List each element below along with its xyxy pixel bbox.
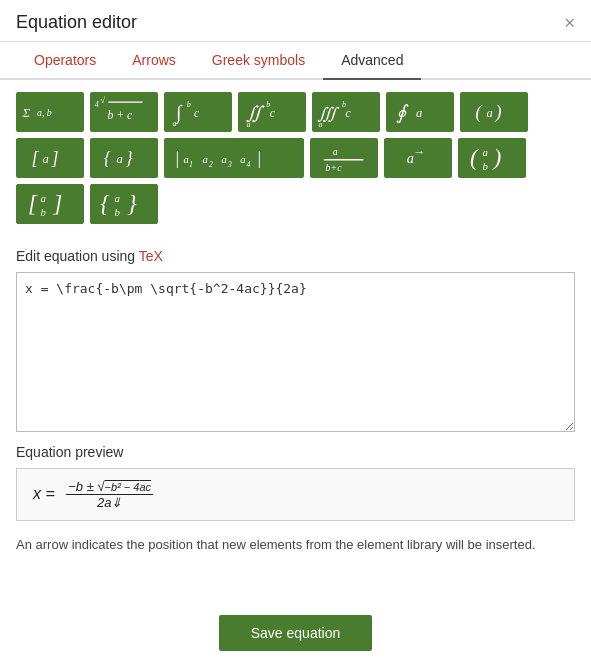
svg-text:a: a: [115, 192, 120, 204]
svg-text:Σ: Σ: [22, 106, 31, 120]
tex-link[interactable]: TeX: [139, 248, 163, 264]
sym-int1[interactable]: ∫ b a c: [164, 92, 232, 132]
sym-matrix-bracket[interactable]: [ a b ]: [16, 184, 84, 224]
svg-text:→: →: [413, 145, 426, 159]
sym-int2[interactable]: ∬ b a c: [238, 92, 306, 132]
svg-text:a: a: [240, 153, 245, 165]
svg-text:|: |: [257, 148, 262, 168]
svg-text:a: a: [333, 146, 338, 157]
preview-label: Equation preview: [0, 440, 591, 464]
svg-text:a: a: [43, 152, 49, 166]
svg-text:b: b: [41, 206, 47, 218]
svg-text:b + c: b + c: [108, 109, 134, 122]
sym-binomial[interactable]: ( a b ): [458, 138, 526, 178]
svg-text:}: }: [126, 148, 134, 168]
tab-greek[interactable]: Greek symbols: [194, 42, 323, 80]
svg-text:a: a: [487, 106, 493, 120]
svg-text:c: c: [270, 107, 276, 120]
svg-text:b: b: [483, 160, 489, 172]
svg-text:]: ]: [53, 190, 63, 216]
svg-text:(: (: [470, 144, 479, 170]
svg-text:a: a: [319, 120, 323, 129]
svg-text:c: c: [194, 107, 200, 120]
svg-text:a: a: [173, 119, 177, 128]
svg-text:}: }: [128, 190, 138, 216]
sym-sum[interactable]: Σ a, b: [16, 92, 84, 132]
dialog-title: Equation editor: [16, 12, 137, 33]
tab-bar: Operators Arrows Greek symbols Advanced: [0, 42, 591, 80]
svg-text:4: 4: [95, 100, 99, 109]
svg-text:[: [: [32, 148, 40, 168]
svg-text:|: |: [175, 148, 180, 168]
svg-text:(: (: [476, 102, 483, 123]
sym-paren[interactable]: ( a ): [460, 92, 528, 132]
svg-text:√: √: [101, 95, 106, 105]
svg-text:{: {: [101, 190, 111, 216]
symbol-row-2: [ a ] { a } | a 1 a 2 a: [16, 138, 575, 178]
symbols-area: Σ a, b 4 √ b + c ∫ b a c: [0, 80, 591, 242]
tab-operators[interactable]: Operators: [16, 42, 114, 80]
hint-text: An arrow indicates the position that new…: [0, 531, 591, 571]
svg-text:a: a: [203, 153, 208, 165]
symbol-row-1: Σ a, b 4 √ b + c ∫ b a c: [16, 92, 575, 132]
svg-text:): ): [492, 144, 502, 170]
svg-text:b: b: [115, 206, 121, 218]
svg-text:b: b: [187, 100, 191, 109]
close-button[interactable]: ×: [564, 14, 575, 32]
symbol-row-3: [ a b ] { a b }: [16, 184, 575, 224]
preview-box: x = −b ± √−b² − 4ac 2a⇓: [16, 468, 575, 521]
svg-text:∮: ∮: [397, 101, 410, 124]
svg-text:{: {: [104, 148, 112, 168]
svg-text:a: a: [221, 153, 226, 165]
sym-fraction[interactable]: a b+c: [310, 138, 378, 178]
svg-text:a: a: [247, 120, 251, 129]
sym-root[interactable]: 4 √ b + c: [90, 92, 158, 132]
tex-input[interactable]: x = \frac{-b\pm \sqrt{-b^2-4ac}}{2a}: [16, 272, 575, 432]
svg-text:b+c: b+c: [326, 162, 343, 173]
dialog-header: Equation editor ×: [0, 0, 591, 42]
sym-contour[interactable]: ∮ a: [386, 92, 454, 132]
svg-text:3: 3: [227, 160, 232, 169]
svg-text:a: a: [41, 192, 46, 204]
sym-int3[interactable]: ∭ b a c: [312, 92, 380, 132]
svg-text:1: 1: [189, 160, 193, 169]
preview-equation: x = −b ± √−b² − 4ac 2a⇓: [33, 479, 154, 510]
footer: Save equation: [0, 605, 591, 671]
svg-text:4: 4: [247, 160, 251, 169]
sym-matrix-brace[interactable]: { a b }: [90, 184, 158, 224]
svg-text:): ): [495, 102, 502, 123]
svg-text:[: [: [28, 190, 38, 216]
sym-vector[interactable]: a →: [384, 138, 452, 178]
svg-text:c: c: [346, 107, 352, 120]
tab-advanced[interactable]: Advanced: [323, 42, 421, 80]
svg-text:a, b: a, b: [37, 107, 52, 118]
svg-text:2: 2: [209, 160, 213, 169]
svg-text:]: ]: [51, 148, 59, 168]
svg-text:a: a: [416, 106, 422, 120]
equation-editor-dialog: Equation editor × Operators Arrows Greek…: [0, 0, 591, 671]
sym-bracket[interactable]: [ a ]: [16, 138, 84, 178]
sym-abs[interactable]: | a 1 a 2 a 3 a 4 |: [164, 138, 304, 178]
svg-text:a: a: [483, 146, 488, 158]
sym-brace[interactable]: { a }: [90, 138, 158, 178]
tex-label: Edit equation using TeX: [0, 242, 591, 268]
tab-arrows[interactable]: Arrows: [114, 42, 194, 80]
save-equation-button[interactable]: Save equation: [219, 615, 373, 651]
svg-text:a: a: [117, 152, 123, 166]
